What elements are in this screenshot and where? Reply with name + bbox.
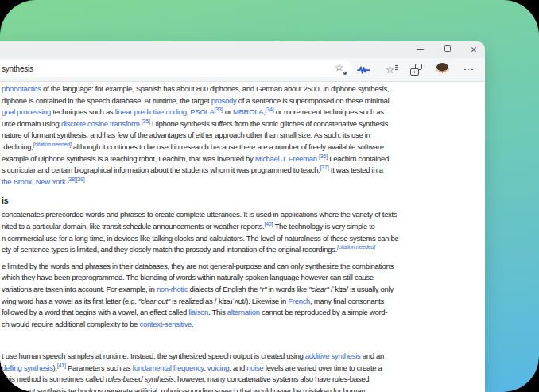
toolbar-icon-row: ☆ + (357, 58, 475, 81)
settings-menu-button[interactable] (462, 63, 475, 76)
text-line: ch would require additional complexity t… (2, 319, 485, 331)
more-menu-icon (464, 69, 466, 71)
wiki-link[interactable]: gnal processing (2, 107, 51, 116)
wiki-link[interactable]: [41] (57, 363, 66, 368)
gradient-backdrop: ✕ synthesis ☆ ☆ (0, 0, 539, 392)
paragraph: concatenates prerecorded words and phras… (2, 209, 485, 255)
text-line: gnal processing techniques such as linea… (2, 107, 485, 118)
wiki-link[interactable]: liaison (188, 308, 208, 316)
wiki-link[interactable]: MBROLA (233, 107, 263, 116)
text-line: which they have been preprogrammed. The … (2, 272, 485, 284)
minimize-icon (417, 49, 424, 50)
text-line: followed by a word that begins with a vo… (2, 307, 485, 319)
text-line: concatenates prerecorded words and phras… (2, 209, 485, 221)
wiki-link[interactable]: [40] (264, 221, 273, 227)
page-content: phonotactics of the language: for exampl… (0, 82, 485, 392)
wiki-link[interactable]: noise (246, 363, 263, 372)
text-line: declining,[citation needed] although it … (2, 142, 485, 153)
text-line: n commercial use for a long time, in dev… (2, 233, 485, 245)
wiki-link[interactable]: French (288, 297, 310, 305)
wiki-link[interactable]: PSOLA (190, 107, 214, 116)
wiki-link[interactable]: fundamental frequency (132, 363, 204, 372)
favorites-list-icon: ☆ (386, 63, 395, 76)
address-bar-text: synthesis (2, 64, 33, 73)
wiki-link[interactable]: phonotactics (2, 84, 41, 93)
text-line: on formant synthesis technology generate… (2, 386, 485, 392)
wiki-link[interactable]: Michael J. Freeman (255, 154, 317, 163)
maximize-button[interactable] (444, 41, 452, 58)
address-bar[interactable]: synthesis ☆ (0, 60, 352, 77)
text-line: wing word has a vowel as its first lette… (2, 296, 485, 308)
paragraph: phonotactics of the language: for exampl… (2, 83, 485, 188)
minimize-button[interactable] (417, 41, 425, 58)
text-line: s curricular and certain biographical in… (2, 165, 485, 177)
maximize-icon (444, 45, 451, 52)
text-line: e limited by the words and phrases in th… (2, 261, 485, 273)
wiki-link[interactable]: [35] (142, 118, 150, 124)
text-line: example of Diphone synthesis is a teachi… (2, 153, 485, 165)
add-favorite-button[interactable]: ☆ (335, 63, 347, 75)
paragraph: e limited by the words and phrases in th… (2, 261, 485, 331)
section-heading: is (2, 196, 485, 206)
wiki-link[interactable]: additive synthesis (305, 351, 361, 360)
profile-avatar (436, 63, 449, 76)
wiki-link[interactable]: the Bronx, New York (2, 177, 65, 186)
text-line: This method is sometimes called rules-ba… (2, 374, 485, 386)
wiki-link[interactable]: [37] (320, 165, 329, 170)
voice-wave-icon (357, 64, 370, 76)
browser-toolbar: synthesis ☆ ☆ (0, 58, 485, 82)
collections-button[interactable]: + (409, 63, 423, 76)
text-line: ety of sentence types is limited, and th… (2, 244, 485, 256)
wiki-link[interactable]: linear predictive coding (115, 107, 187, 116)
text-line: urce domain using discrete cosine transf… (2, 118, 485, 130)
text-line: delling synthesis).[41] Parameters such … (2, 363, 485, 375)
close-button[interactable]: ✕ (469, 41, 479, 58)
text-line: diphone is contained in the speech datab… (2, 95, 485, 107)
wiki-link[interactable]: voicing (207, 363, 229, 372)
text-line: nited to a particular domain, like trans… (2, 221, 485, 233)
wiki-link[interactable]: [36] (319, 153, 328, 159)
citation-needed-link[interactable]: [citation needed] (337, 244, 375, 250)
text-line: the Bronx, New York.[38][39] (2, 177, 485, 188)
wiki-link[interactable]: context-sensitive (139, 320, 192, 328)
paragraph: t use human speech samples at runtime. I… (2, 351, 485, 392)
citation-needed-link[interactable]: [citation needed] (33, 142, 71, 147)
profile-button[interactable] (436, 63, 449, 76)
favorites-star-badge (343, 71, 348, 76)
wiki-link[interactable]: prosody (211, 96, 237, 105)
article-content: phonotactics of the language: for exampl… (2, 83, 485, 392)
text-line: nature of formant synthesis, and has few… (2, 130, 485, 142)
window-titlebar: ✕ (0, 41, 485, 58)
wiki-link[interactable]: non-rhotic (157, 285, 188, 293)
favorites-button[interactable]: ☆ (383, 63, 397, 76)
text-line: t use human speech samples at runtime. I… (2, 351, 485, 363)
wiki-link[interactable]: [34] (266, 107, 274, 112)
wiki-link[interactable]: discrete cosine transform (61, 119, 140, 128)
browser-window: ✕ synthesis ☆ ☆ (0, 41, 485, 392)
text-line: phonotactics of the language: for exampl… (2, 83, 485, 95)
wiki-link[interactable]: alternation (227, 308, 260, 316)
wiki-link[interactable]: [33] (215, 107, 223, 112)
text-line: variations are taken into account. For e… (2, 284, 485, 296)
voice-wave-button[interactable] (357, 63, 370, 76)
wiki-link[interactable]: delling synthesis (2, 363, 53, 372)
wiki-link[interactable]: [38][39] (68, 177, 85, 182)
